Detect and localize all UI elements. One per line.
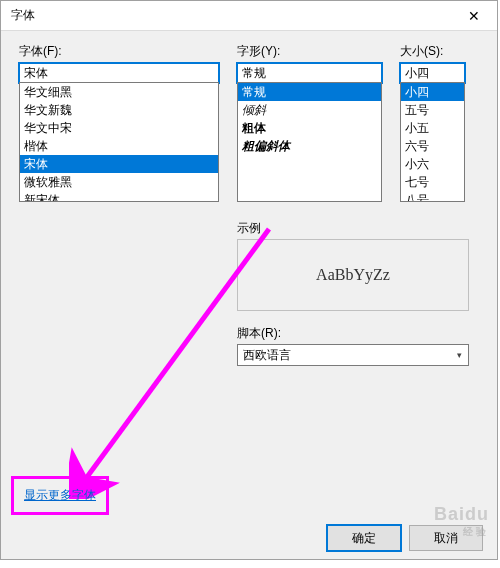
list-item[interactable]: 小六 — [401, 155, 464, 173]
size-label: 大小(S): — [400, 43, 465, 60]
list-item[interactable]: 华文细黑 — [20, 83, 218, 101]
list-item[interactable]: 小四 — [401, 83, 464, 101]
style-listbox[interactable]: 常规倾斜粗体粗偏斜体 — [237, 82, 382, 202]
script-value: 西欧语言 — [238, 347, 450, 364]
more-fonts-link[interactable]: 显示更多字体 — [24, 488, 96, 502]
close-icon: ✕ — [468, 8, 480, 24]
list-item[interactable]: 五号 — [401, 101, 464, 119]
list-item[interactable]: 粗偏斜体 — [238, 137, 381, 155]
script-dropdown[interactable]: 西欧语言 ▾ — [237, 344, 469, 366]
font-dialog: 字体 ✕ 字体(F): 华文细黑华文新魏华文中宋楷体宋体微软雅黑新宋体 字形(Y… — [0, 0, 498, 560]
titlebar: 字体 ✕ — [1, 1, 497, 31]
script-group: 脚本(R): 西欧语言 ▾ — [237, 325, 469, 366]
dialog-buttons: 确定 取消 — [327, 525, 483, 551]
font-column: 字体(F): 华文细黑华文新魏华文中宋楷体宋体微软雅黑新宋体 — [19, 43, 219, 202]
sample-group: 示例 AaBbYyZz — [237, 220, 469, 311]
list-item[interactable]: 倾斜 — [238, 101, 381, 119]
list-item[interactable]: 八号 — [401, 191, 464, 202]
style-label: 字形(Y): — [237, 43, 382, 60]
list-item[interactable]: 华文新魏 — [20, 101, 218, 119]
list-item[interactable]: 六号 — [401, 137, 464, 155]
list-item[interactable]: 新宋体 — [20, 191, 218, 202]
list-item[interactable]: 小五 — [401, 119, 464, 137]
close-button[interactable]: ✕ — [451, 1, 497, 31]
sample-label: 示例 — [237, 220, 469, 237]
cancel-button[interactable]: 取消 — [409, 525, 483, 551]
size-input[interactable] — [400, 63, 465, 83]
list-item[interactable]: 楷体 — [20, 137, 218, 155]
style-column: 字形(Y): 常规倾斜粗体粗偏斜体 — [237, 43, 382, 202]
list-item[interactable]: 宋体 — [20, 155, 218, 173]
font-label: 字体(F): — [19, 43, 219, 60]
script-label: 脚本(R): — [237, 325, 469, 342]
dialog-title: 字体 — [11, 7, 451, 24]
list-item[interactable]: 华文中宋 — [20, 119, 218, 137]
watermark-text: Baidu — [434, 504, 489, 524]
sample-text: AaBbYyZz — [316, 266, 390, 284]
font-input[interactable] — [19, 63, 219, 83]
sample-box: AaBbYyZz — [237, 239, 469, 311]
more-fonts-highlight: 显示更多字体 — [11, 476, 109, 515]
dialog-content: 字体(F): 华文细黑华文新魏华文中宋楷体宋体微软雅黑新宋体 字形(Y): 常规… — [1, 31, 497, 378]
ok-button[interactable]: 确定 — [327, 525, 401, 551]
chevron-down-icon: ▾ — [450, 350, 468, 360]
style-input[interactable] — [237, 63, 382, 83]
list-item[interactable]: 粗体 — [238, 119, 381, 137]
list-item[interactable]: 七号 — [401, 173, 464, 191]
font-listbox[interactable]: 华文细黑华文新魏华文中宋楷体宋体微软雅黑新宋体 — [19, 82, 219, 202]
list-item[interactable]: 常规 — [238, 83, 381, 101]
size-listbox[interactable]: 小四五号小五六号小六七号八号 — [400, 82, 465, 202]
list-item[interactable]: 微软雅黑 — [20, 173, 218, 191]
size-column: 大小(S): 小四五号小五六号小六七号八号 — [400, 43, 465, 202]
top-row: 字体(F): 华文细黑华文新魏华文中宋楷体宋体微软雅黑新宋体 字形(Y): 常规… — [19, 43, 479, 202]
